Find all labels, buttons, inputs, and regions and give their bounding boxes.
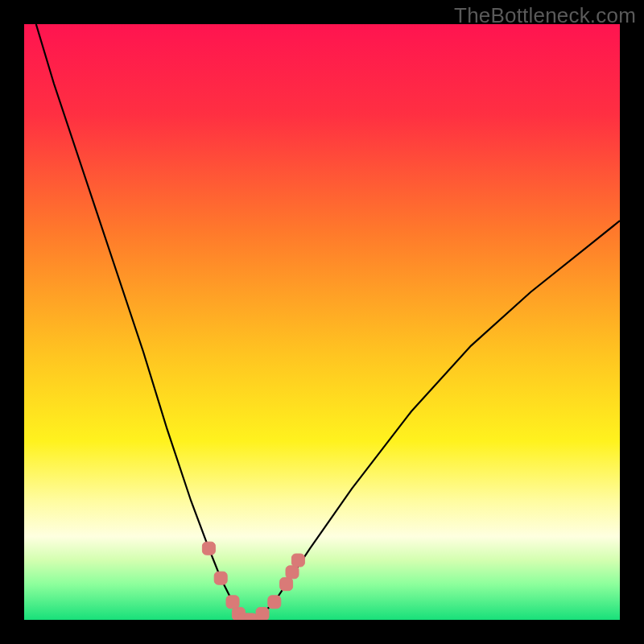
curve-marker	[226, 596, 239, 609]
chart-frame: TheBottleneck.com	[0, 0, 644, 644]
curve-marker	[202, 542, 215, 555]
plot-area	[24, 24, 620, 620]
bottleneck-chart	[24, 24, 620, 620]
curve-marker	[244, 613, 257, 620]
curve-marker	[280, 578, 293, 591]
curve-marker	[268, 596, 281, 609]
curve-marker	[291, 554, 304, 567]
curve-marker	[214, 572, 227, 584]
curve-marker	[286, 566, 299, 579]
curve-marker	[256, 608, 269, 620]
